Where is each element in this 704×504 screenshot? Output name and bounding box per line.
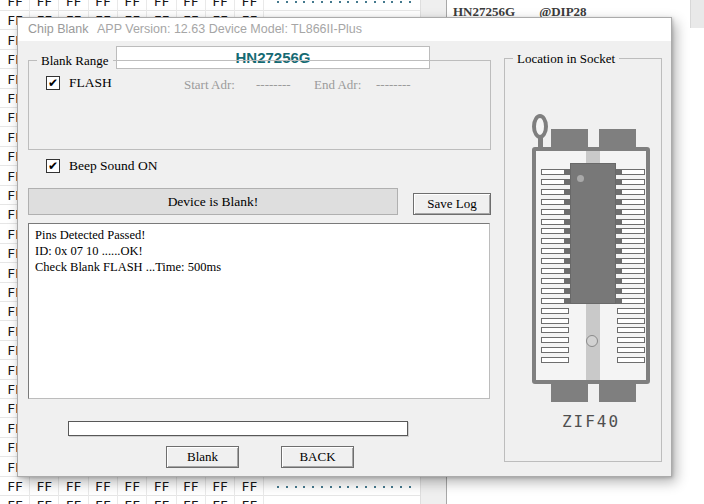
blank-range-groupbox: Blank Range	[28, 60, 491, 150]
ascii-dot	[321, 1, 323, 3]
hex-byte-cell[interactable]: FF	[206, 496, 235, 504]
hex-byte-cell[interactable]: FF	[206, 477, 235, 496]
ascii-dot	[277, 1, 279, 3]
ascii-dot	[321, 486, 323, 488]
hex-byte-cell[interactable]: FF	[60, 0, 89, 11]
hex-byte-cell[interactable]: FF	[30, 0, 59, 11]
pin-connector	[616, 209, 622, 215]
pin-connector	[616, 199, 622, 205]
ascii-dot	[400, 1, 402, 3]
hex-byte-cell[interactable]: FF	[1, 496, 30, 504]
dialog-title-bar[interactable]: Chip Blank APP Version: 12.63 Device Mod…	[18, 18, 671, 41]
flash-checkbox[interactable]: ✔	[46, 76, 60, 90]
pin-slot	[617, 347, 645, 353]
hex-row: FFFFFFFFFFFFFFFFFF	[0, 0, 420, 11]
hex-byte-cell[interactable]: FF	[177, 477, 206, 496]
zif-bottom-tab-right	[599, 382, 636, 402]
pin-slot	[617, 337, 645, 343]
hex-byte-cell[interactable]: FF	[206, 0, 235, 11]
hex-byte-cell[interactable]: FF	[60, 496, 89, 504]
location-in-socket-label: Location in Socket	[513, 51, 619, 67]
pin-connector	[616, 169, 622, 175]
pin-connector	[616, 288, 622, 294]
ascii-dot	[303, 1, 305, 3]
log-line: Check Blank FLASH ...Time: 500ms	[35, 259, 483, 275]
pin-connector	[616, 248, 622, 254]
hex-byte-cell[interactable]: FF	[118, 0, 147, 11]
pin-slot	[541, 308, 569, 314]
hex-byte-cell[interactable]: FF	[148, 477, 177, 496]
hex-row: FFFFFFFFFFFFFFFFFF	[0, 477, 420, 496]
log-line: Pins Detected Passed!	[35, 227, 483, 243]
pin-slot	[541, 318, 569, 324]
pin-slot	[541, 357, 569, 363]
dialog-subtitle: APP Version: 12.63 Device Model: TL866II…	[97, 18, 362, 41]
beep-sound-label: Beep Sound ON	[69, 158, 158, 174]
ascii-dot	[286, 1, 288, 3]
dialog-title: Chip Blank	[28, 18, 88, 41]
chip-in-socket	[570, 163, 616, 304]
ascii-dot	[374, 486, 376, 488]
ascii-dot	[400, 486, 402, 488]
hex-byte-cell[interactable]: FF	[235, 0, 264, 11]
pin-slot	[617, 327, 645, 333]
background-scrollbar-corner	[690, 0, 704, 28]
hex-byte-cell[interactable]: FF	[1, 477, 30, 496]
ascii-dot	[391, 1, 393, 3]
hex-byte-cell[interactable]: FF	[89, 477, 118, 496]
socket-name-label: ZIF40	[532, 412, 650, 431]
pin-connector	[616, 298, 622, 304]
hex-byte-cell[interactable]: FF	[148, 0, 177, 11]
status-message-bar: Device is Blank!	[28, 188, 398, 215]
ascii-dot	[409, 1, 411, 3]
ascii-dot	[295, 486, 297, 488]
start-adr-value: --------	[256, 77, 291, 93]
back-button[interactable]: BACK	[281, 446, 354, 468]
ascii-dot	[295, 1, 297, 3]
zif-top-tab-right	[599, 129, 636, 149]
hex-byte-cell[interactable]: FF	[148, 496, 177, 504]
pin-connector	[616, 228, 622, 234]
ascii-dot	[286, 486, 288, 488]
pin-connector	[616, 238, 622, 244]
pin-slot	[617, 357, 645, 363]
ascii-dot	[277, 486, 279, 488]
flash-checkbox-label: FLASH	[69, 75, 112, 91]
hex-byte-cell[interactable]: FF	[177, 496, 206, 504]
pin-connector	[616, 278, 622, 284]
hex-byte-cell[interactable]: FF	[235, 477, 264, 496]
hex-byte-cell[interactable]: FF	[89, 496, 118, 504]
start-adr-label: Start Adr:	[184, 77, 235, 93]
hex-byte-cell[interactable]: FF	[177, 0, 206, 11]
pin-slot	[541, 337, 569, 343]
pin-connector	[616, 189, 622, 195]
beep-sound-checkbox[interactable]: ✔	[46, 159, 60, 173]
ascii-dot	[409, 486, 411, 488]
progress-bar	[68, 421, 408, 436]
log-output-area[interactable]: Pins Detected Passed! ID: 0x 07 10 .....…	[28, 223, 490, 399]
hex-byte-cell[interactable]: FF	[89, 0, 118, 11]
pin-connector	[616, 219, 622, 225]
zif-socket-body	[532, 147, 650, 384]
ascii-dot	[383, 1, 385, 3]
hex-byte-cell[interactable]: FF	[1, 0, 30, 11]
zif-top-tab-left	[551, 129, 588, 149]
hex-byte-cell[interactable]: FF	[30, 496, 59, 504]
zif-bottom-tab-left	[551, 382, 588, 402]
blank-button[interactable]: Blank	[166, 446, 239, 468]
ascii-dot	[339, 486, 341, 488]
ascii-dot	[356, 486, 358, 488]
ascii-dot	[365, 486, 367, 488]
pin-slot	[541, 347, 569, 353]
hex-byte-cell[interactable]: FF	[30, 477, 59, 496]
hex-byte-cell[interactable]: FF	[60, 477, 89, 496]
hex-byte-cell[interactable]: FF	[235, 496, 264, 504]
ascii-dot	[356, 1, 358, 3]
ascii-dot	[330, 486, 332, 488]
ascii-dot	[391, 486, 393, 488]
hex-byte-cell[interactable]: FF	[118, 477, 147, 496]
hex-byte-cell[interactable]: FF	[118, 496, 147, 504]
save-log-button[interactable]: Save Log	[413, 193, 491, 215]
ascii-dot	[383, 486, 385, 488]
pin-slot	[541, 327, 569, 333]
